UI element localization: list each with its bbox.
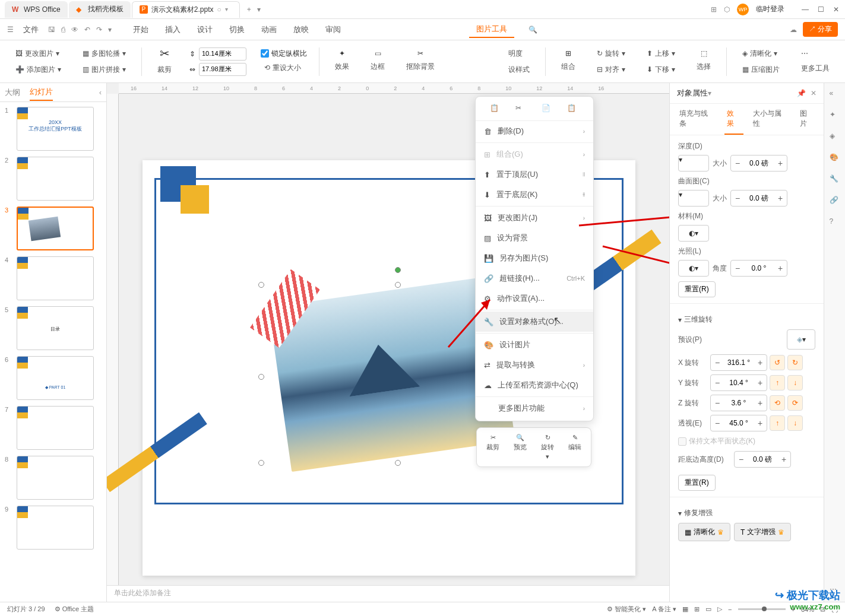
repair-section-title[interactable]: ▾ 修复增强 xyxy=(678,508,815,518)
help-icon[interactable]: ? xyxy=(830,217,840,228)
share-button[interactable]: ↗ 分享 xyxy=(803,22,838,37)
view-slideshow-icon[interactable]: ▷ xyxy=(717,605,722,613)
resize-handle-tl[interactable] xyxy=(258,282,264,288)
more-tools-button[interactable]: 更多工具 xyxy=(797,62,833,75)
notes-button[interactable]: A 备注 ▾ xyxy=(652,605,676,614)
preview-icon[interactable]: 👁 xyxy=(71,26,78,34)
slide-thumb-5[interactable]: 5目录 xyxy=(5,306,102,350)
z-rot-input[interactable] xyxy=(724,399,754,407)
view-sorter-icon[interactable]: ⊞ xyxy=(694,605,700,613)
paste-special-icon[interactable]: 📋 xyxy=(567,104,579,116)
z-rot-cw-button[interactable]: ⟳ xyxy=(787,395,803,411)
ctx-bring-front[interactable]: ⬆置于顶层(U)⫴ xyxy=(476,164,593,185)
new-tab-button[interactable]: + xyxy=(241,5,257,14)
resize-handle-ml[interactable] xyxy=(258,374,264,380)
depth-value-input[interactable] xyxy=(744,159,774,167)
tab-wps-office[interactable]: W WPS Office xyxy=(5,1,68,18)
copy-icon[interactable]: 📋 xyxy=(490,104,502,116)
slide-thumb-6[interactable]: 6◆ PART 01 xyxy=(5,356,102,400)
x-rot-right-button[interactable]: ↻ xyxy=(787,355,803,370)
menu-file[interactable]: 文件 xyxy=(16,22,46,37)
props-tab-image[interactable]: 图片 xyxy=(797,104,816,135)
move-down-button[interactable]: ⬇下移 ▾ xyxy=(643,63,679,77)
mini-rotate-button[interactable]: ↻旋转▾ xyxy=(535,431,560,463)
view-reading-icon[interactable]: ▭ xyxy=(705,605,711,613)
view-normal-icon[interactable]: ▦ xyxy=(682,605,688,613)
decrease-button[interactable]: − xyxy=(711,415,724,431)
ctx-upload-resource[interactable]: ☁上传至稻壳资源中心(Q) xyxy=(476,375,593,395)
rotate-button[interactable]: ↻旋转 ▾ xyxy=(593,47,629,61)
increase-button[interactable]: + xyxy=(754,375,767,390)
minimize-button[interactable]: — xyxy=(801,5,809,14)
tab-document[interactable]: P 演示文稿素材2.pptx ○ ▾ xyxy=(132,1,240,18)
preset-select[interactable]: ◈▾ xyxy=(787,329,815,350)
border-button[interactable]: 边框 xyxy=(367,60,388,74)
grid-icon[interactable]: ⊞ xyxy=(711,5,717,14)
tab-slides[interactable]: 幻灯片 xyxy=(30,84,53,101)
more-tools-icon[interactable]: ⋯ xyxy=(797,47,833,59)
increase-button[interactable]: + xyxy=(754,355,767,370)
slide-thumb-8[interactable]: 8 xyxy=(5,456,102,500)
add-image-button[interactable]: ➕添加图片 ▾ xyxy=(12,63,65,77)
mini-crop-button[interactable]: ✂裁剪 xyxy=(480,431,505,463)
ctx-change-image[interactable]: 🖼更改图片(J)› xyxy=(476,208,593,228)
increase-button[interactable]: + xyxy=(774,190,787,206)
ctx-object-format[interactable]: 🔧设置对象格式(O)... xyxy=(476,312,593,332)
increase-button[interactable]: + xyxy=(774,155,787,171)
increase-button[interactable]: + xyxy=(777,452,790,467)
resize-handle-bl[interactable] xyxy=(258,460,264,466)
login-label[interactable]: 临时登录 xyxy=(756,4,784,14)
depth-color-select[interactable]: ▾ xyxy=(678,155,709,172)
slide-thumb-4[interactable]: 4 xyxy=(5,256,102,300)
palette-icon[interactable]: 🎨 xyxy=(830,153,840,164)
theme-button[interactable]: ⚙ Office 主题 xyxy=(55,605,94,614)
decrease-button[interactable]: − xyxy=(731,261,744,276)
rotation-section-title[interactable]: ▾ 三维旋转 xyxy=(678,315,815,325)
slide-thumb-9[interactable]: 9 xyxy=(5,506,102,550)
hamburger-icon[interactable]: ☰ xyxy=(7,26,14,34)
align-bottom-icon[interactable]: ⫵ xyxy=(583,191,585,198)
menu-review[interactable]: 审阅 xyxy=(318,22,348,37)
slide-thumb-1[interactable]: 120XX工作总结汇报PPT模板 xyxy=(5,107,102,151)
slide-thumb-3[interactable]: 3 xyxy=(5,207,102,250)
select-button[interactable]: 选择 xyxy=(693,60,714,74)
crop-icon[interactable]: ✂ xyxy=(160,46,170,61)
slides-list[interactable]: 120XX工作总结汇报PPT模板 2 3 4 5目录 6◆ PART 01 7 … xyxy=(0,102,106,602)
close-panel-icon[interactable]: ✕ xyxy=(811,89,816,97)
props-tab-fill[interactable]: 填充与线条 xyxy=(677,104,717,135)
close-button[interactable]: ✕ xyxy=(832,5,840,14)
menu-slideshow[interactable]: 放映 xyxy=(286,22,316,37)
decrease-button[interactable]: − xyxy=(711,375,724,390)
angle-value-input[interactable] xyxy=(744,264,774,272)
tab-list-button[interactable]: ▾ xyxy=(257,5,261,14)
reset-size-button[interactable]: ⟲重设大小 xyxy=(261,61,307,75)
slide-thumb-7[interactable]: 7 xyxy=(5,406,102,450)
dropdown-icon[interactable]: ▾ xyxy=(108,26,112,34)
perspective-down-button[interactable]: ↓ xyxy=(787,415,803,431)
increase-button[interactable]: + xyxy=(774,261,787,276)
y-rot-down-button[interactable]: ↓ xyxy=(787,375,803,390)
cloud-icon[interactable]: ☁ xyxy=(790,26,797,34)
ctx-design-image[interactable]: 🎨设计图片 xyxy=(476,335,593,355)
resize-handle-tc[interactable] xyxy=(395,282,401,288)
props-tab-effect[interactable]: 效果 xyxy=(724,104,743,135)
cut-icon[interactable]: ✂ xyxy=(515,104,527,116)
effects-icon[interactable]: ✦ xyxy=(339,49,345,58)
change-image-button[interactable]: 🖼更改图片 ▾ xyxy=(12,47,65,61)
move-up-button[interactable]: ⬆上移 ▾ xyxy=(643,47,679,61)
tools-icon[interactable]: 🔧 xyxy=(830,174,840,185)
z-rot-ccw-button[interactable]: ⟲ xyxy=(770,395,785,411)
menu-start[interactable]: 开始 xyxy=(126,22,156,37)
tab-templates[interactable]: ◆ 找稻壳模板 xyxy=(69,1,131,18)
slide-thumb-2[interactable]: 2 xyxy=(5,157,102,201)
canvas-area[interactable]: 1614121086420246810121416 xyxy=(107,83,669,602)
align-top-icon[interactable]: ⫴ xyxy=(583,171,585,178)
decrease-button[interactable]: − xyxy=(711,355,724,370)
decrease-button[interactable]: − xyxy=(731,155,744,171)
save-icon[interactable]: 🖫 xyxy=(48,26,55,34)
ctx-action-settings[interactable]: ⚙动作设置(A)... xyxy=(476,288,593,309)
print-icon[interactable]: ⎙ xyxy=(61,26,65,34)
y-rot-input[interactable] xyxy=(724,379,754,387)
multi-contour-button[interactable]: ▦多图轮播 ▾ xyxy=(79,47,129,61)
pin-icon[interactable]: 📌 xyxy=(797,89,806,97)
